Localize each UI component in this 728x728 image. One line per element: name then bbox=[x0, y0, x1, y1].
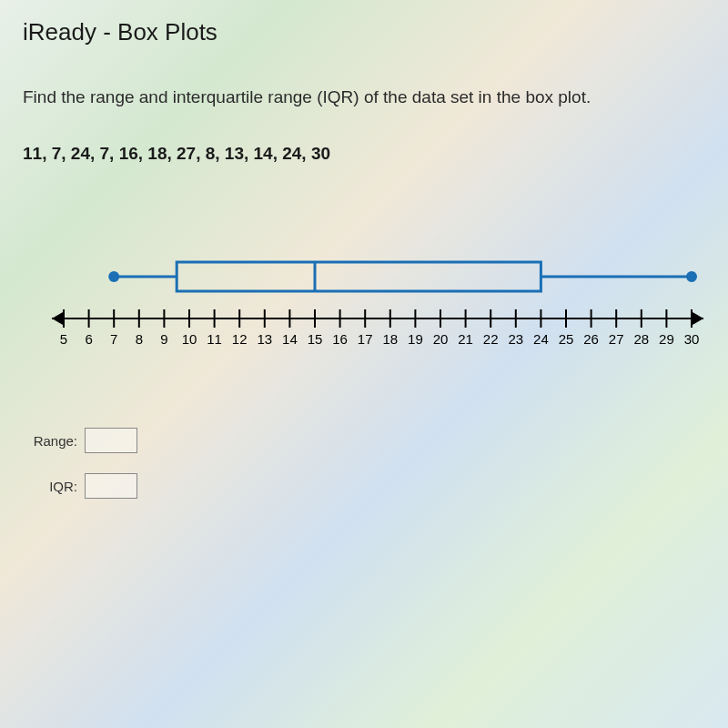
svg-text:5: 5 bbox=[60, 331, 67, 347]
svg-text:16: 16 bbox=[332, 331, 348, 347]
svg-text:26: 26 bbox=[583, 331, 599, 347]
box-plot-chart: 5678910111213141516171819202122232425262… bbox=[50, 246, 705, 355]
svg-text:11: 11 bbox=[207, 331, 222, 347]
svg-text:19: 19 bbox=[408, 331, 423, 347]
svg-text:17: 17 bbox=[358, 331, 373, 347]
data-list: 11, 7, 24, 7, 16, 18, 27, 8, 13, 14, 24,… bbox=[23, 144, 705, 164]
svg-text:15: 15 bbox=[308, 331, 323, 347]
svg-text:12: 12 bbox=[232, 331, 248, 347]
svg-text:24: 24 bbox=[533, 331, 549, 347]
svg-text:20: 20 bbox=[433, 331, 449, 347]
svg-point-2 bbox=[108, 271, 119, 282]
svg-text:7: 7 bbox=[110, 331, 117, 347]
svg-text:23: 23 bbox=[508, 331, 523, 347]
page-title: iReady - Box Plots bbox=[23, 18, 705, 46]
svg-marker-8 bbox=[693, 312, 703, 325]
question-prompt: Find the range and interquartile range (… bbox=[23, 87, 705, 107]
svg-text:9: 9 bbox=[160, 331, 167, 347]
svg-text:22: 22 bbox=[483, 331, 499, 347]
svg-text:10: 10 bbox=[182, 331, 197, 347]
svg-text:25: 25 bbox=[559, 331, 574, 347]
svg-text:6: 6 bbox=[85, 331, 92, 347]
svg-text:14: 14 bbox=[282, 331, 298, 347]
svg-text:30: 30 bbox=[684, 331, 700, 347]
range-row: Range: bbox=[30, 428, 705, 453]
box-plot-svg: 5678910111213141516171819202122232425262… bbox=[50, 246, 705, 355]
svg-text:29: 29 bbox=[659, 331, 674, 347]
iqr-input[interactable] bbox=[85, 473, 137, 499]
svg-point-3 bbox=[686, 271, 697, 282]
iqr-row: IQR: bbox=[30, 473, 705, 499]
range-input[interactable] bbox=[85, 428, 137, 453]
svg-text:8: 8 bbox=[136, 331, 143, 347]
svg-marker-7 bbox=[52, 312, 63, 325]
svg-text:13: 13 bbox=[257, 331, 272, 347]
svg-text:18: 18 bbox=[382, 331, 398, 347]
iqr-label: IQR: bbox=[30, 479, 77, 494]
svg-text:21: 21 bbox=[458, 331, 473, 347]
svg-text:27: 27 bbox=[609, 331, 624, 347]
range-label: Range: bbox=[30, 433, 77, 449]
svg-rect-4 bbox=[177, 262, 541, 291]
svg-text:28: 28 bbox=[633, 331, 649, 347]
